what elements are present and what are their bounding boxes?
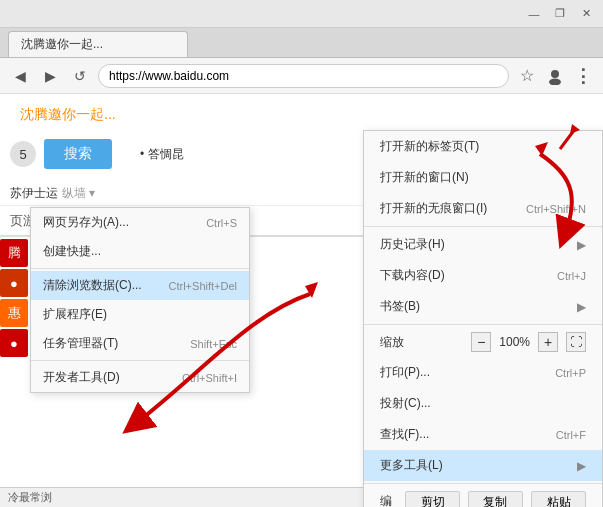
nav-chevron: 纵墙 ▾: [62, 185, 95, 202]
search-hint: • 答惆昆: [140, 146, 184, 163]
menu-item-cast[interactable]: 投射(C)...: [364, 388, 602, 419]
paste-button[interactable]: 粘贴(P): [531, 491, 586, 507]
divider-2: [31, 360, 249, 361]
menu-item-save-as-label: 网页另存为(A)...: [43, 214, 129, 231]
menu-item-history[interactable]: 历史记录(H) ▶: [364, 229, 602, 260]
title-bar: — ❐ ✕: [0, 0, 603, 28]
left-dropdown-menu: 网页另存为(A)... Ctrl+S 创建快捷... 清除浏览数据(C)... …: [30, 207, 250, 393]
edit-row: 编辑 剪切(T) 复制(C) 粘贴(P): [364, 486, 602, 507]
tab-bar: 沈腾邀你一起...: [0, 28, 603, 58]
search-area: 5 搜索 • 答惆昆: [10, 139, 184, 169]
side-icon-1[interactable]: 腾: [0, 239, 28, 267]
right-dropdown-menu: 打开新的标签页(T) 打开新的窗口(N) 打开新的无痕窗口(I) Ctrl+Sh…: [363, 130, 603, 507]
bookmarks-arrow-icon: ▶: [577, 300, 586, 314]
svg-point-1: [549, 78, 561, 85]
fullscreen-button[interactable]: ⛶: [566, 332, 586, 352]
restore-button[interactable]: ❐: [547, 3, 573, 25]
menu-item-more-tools[interactable]: 更多工具(L) ▶: [364, 450, 602, 481]
menu-item-devtools[interactable]: 开发者工具(D) Ctrl+Shift+I: [31, 363, 249, 392]
search-button[interactable]: 搜索: [44, 139, 112, 169]
menu-item-print-label: 打印(P)...: [380, 364, 430, 381]
menu-item-create-label: 创建快捷...: [43, 243, 101, 260]
more-tools-arrow-icon: ▶: [577, 459, 586, 473]
side-icon-3[interactable]: 惠: [0, 299, 28, 327]
menu-item-task-label: 任务管理器(T): [43, 335, 118, 352]
content-area: 沈腾邀你一起... 5 搜索 • 答惆昆 苏伊士运 纵墙 ▾ 页游 每日特惠 特…: [0, 94, 603, 507]
copy-button[interactable]: 复制(C): [468, 491, 523, 507]
tab-title: 沈腾邀你一起...: [21, 36, 103, 53]
browser-tab[interactable]: 沈腾邀你一起...: [8, 31, 188, 57]
menu-item-find[interactable]: 查找(F)... Ctrl+F: [364, 419, 602, 450]
address-bar: ◀ ▶ ↺ ☆ ⋮: [0, 58, 603, 94]
right-divider-3: [364, 483, 602, 484]
divider-1: [31, 268, 249, 269]
forward-button[interactable]: ▶: [38, 64, 62, 88]
zoom-out-button[interactable]: −: [471, 332, 491, 352]
page-header-text: 沈腾邀你一起...: [20, 106, 116, 124]
history-arrow-icon: ▶: [577, 238, 586, 252]
reload-button[interactable]: ↺: [68, 64, 92, 88]
edit-label: 编辑: [380, 493, 397, 508]
back-button[interactable]: ◀: [8, 64, 32, 88]
menu-item-devtools-label: 开发者工具(D): [43, 369, 120, 386]
menu-item-bookmarks-label: 书签(B): [380, 298, 420, 315]
menu-item-task-manager[interactable]: 任务管理器(T) Shift+Esc: [31, 329, 249, 358]
menu-item-downloads-shortcut: Ctrl+J: [557, 270, 586, 282]
side-icon-2[interactable]: ●: [0, 269, 28, 297]
menu-item-find-label: 查找(F)...: [380, 426, 429, 443]
cut-button[interactable]: 剪切(T): [405, 491, 459, 507]
profile-icon[interactable]: [543, 64, 567, 88]
zoom-value: 100%: [499, 335, 530, 349]
right-divider-2: [364, 324, 602, 325]
nav-link-1[interactable]: 苏伊士运: [10, 185, 58, 202]
side-icons: 腾 ● 惠 ●: [0, 239, 28, 357]
menu-item-downloads[interactable]: 下载内容(D) Ctrl+J: [364, 260, 602, 291]
menu-item-print-shortcut: Ctrl+P: [555, 367, 586, 379]
menu-item-incognito[interactable]: 打开新的无痕窗口(I) Ctrl+Shift+N: [364, 193, 602, 224]
menu-icon[interactable]: ⋮: [571, 64, 595, 88]
menu-item-extensions-label: 扩展程序(E): [43, 306, 107, 323]
menu-item-devtools-shortcut: Ctrl+Shift+I: [182, 372, 237, 384]
close-button[interactable]: ✕: [573, 3, 599, 25]
menu-item-clear-shortcut: Ctrl+Shift+Del: [169, 280, 237, 292]
menu-item-clear-data[interactable]: 清除浏览数据(C)... Ctrl+Shift+Del: [31, 271, 249, 300]
menu-item-clear-label: 清除浏览数据(C)...: [43, 277, 142, 294]
menu-item-downloads-label: 下载内容(D): [380, 267, 445, 284]
zoom-row: 缩放 − 100% + ⛶: [364, 327, 602, 357]
status-bar-text: 冷最常浏: [8, 490, 52, 505]
menu-item-more-tools-label: 更多工具(L): [380, 457, 443, 474]
menu-item-create-shortcut[interactable]: 创建快捷...: [31, 237, 249, 266]
menu-item-incognito-label: 打开新的无痕窗口(I): [380, 200, 487, 217]
menu-item-cast-label: 投射(C)...: [380, 395, 431, 412]
menu-item-history-label: 历史记录(H): [380, 236, 445, 253]
search-number: 5: [10, 141, 36, 167]
address-input[interactable]: [98, 64, 509, 88]
right-divider-1: [364, 226, 602, 227]
bookmark-star-icon[interactable]: ☆: [515, 64, 539, 88]
svg-point-0: [551, 70, 559, 78]
menu-item-new-window[interactable]: 打开新的窗口(N): [364, 162, 602, 193]
menu-item-find-shortcut: Ctrl+F: [556, 429, 586, 441]
zoom-label: 缩放: [380, 334, 471, 351]
side-icon-4[interactable]: ●: [0, 329, 28, 357]
menu-item-incognito-shortcut: Ctrl+Shift+N: [526, 203, 586, 215]
menu-item-extensions[interactable]: 扩展程序(E): [31, 300, 249, 329]
menu-item-new-window-label: 打开新的窗口(N): [380, 169, 469, 186]
menu-item-bookmarks[interactable]: 书签(B) ▶: [364, 291, 602, 322]
menu-item-new-tab[interactable]: 打开新的标签页(T): [364, 131, 602, 162]
minimize-button[interactable]: —: [521, 3, 547, 25]
menu-item-task-shortcut: Shift+Esc: [190, 338, 237, 350]
zoom-in-button[interactable]: +: [538, 332, 558, 352]
menu-item-new-tab-label: 打开新的标签页(T): [380, 138, 479, 155]
menu-item-save-as-shortcut: Ctrl+S: [206, 217, 237, 229]
menu-item-save-as[interactable]: 网页另存为(A)... Ctrl+S: [31, 208, 249, 237]
menu-item-print[interactable]: 打印(P)... Ctrl+P: [364, 357, 602, 388]
